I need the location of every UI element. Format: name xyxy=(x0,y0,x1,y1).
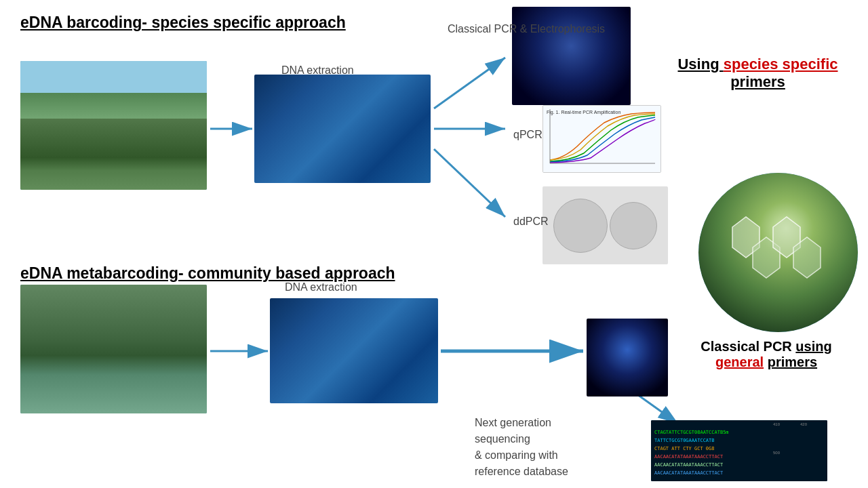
dna-extraction-label-2: DNA extraction xyxy=(285,281,357,293)
svg-text:CTAGT ATT CTY GCT 0G8: CTAGT ATT CTY GCT 0G8 xyxy=(654,446,715,451)
pond-image-2 xyxy=(20,285,207,413)
slide: eDNA barcoding- species specific approac… xyxy=(0,0,868,488)
svg-text:AACAACATATAAATAAACCTTACT: AACAACATATAAATAAACCTTACT xyxy=(654,462,724,468)
specimen-circular-image xyxy=(698,173,858,332)
svg-text:410: 410 xyxy=(773,422,781,426)
sequencing-image: CTAGTATTCTGCGT08AATCCATB5m TATTCTGCGT0GA… xyxy=(651,420,827,481)
classical-pcr-label: Classical PCR & Electrophoresis xyxy=(448,22,605,37)
svg-rect-8 xyxy=(543,106,661,173)
svg-text:CTAGTATTCTGCGT08AATCCATB5m: CTAGTATTCTGCGT08AATCCATB5m xyxy=(654,430,729,435)
species-specific-label: Using species specific primers xyxy=(658,56,858,91)
ddpcr-label: ddPCR xyxy=(513,216,549,228)
section-title-barcoding: eDNA barcoding- species specific approac… xyxy=(20,14,346,32)
svg-line-2 xyxy=(434,58,505,108)
svg-text:420: 420 xyxy=(800,422,808,426)
svg-text:TATTCTGCGT0GAAATCCATB: TATTCTGCGT0GAAATCCATB xyxy=(654,438,715,443)
qpcr-label: qPCR xyxy=(513,129,542,141)
dna-extraction-image-2 xyxy=(270,298,438,403)
qpcr-graph-image: Fig. 1. Real-time PCR Amplification xyxy=(542,105,661,173)
pond-image-1 xyxy=(20,61,207,190)
ngs-label: Next generationsequencing& comparing wit… xyxy=(475,415,568,480)
ddpcr-image xyxy=(542,186,668,264)
general-primers-label: Classical PCR using general primers xyxy=(675,339,858,370)
dna-extraction-image-1 xyxy=(254,75,431,183)
svg-text:AACAACATATAAATAAACCTTACT: AACAACATATAAATAAACCTTACT xyxy=(654,470,724,476)
svg-line-4 xyxy=(434,149,505,217)
svg-text:Fig. 1. Real-time PCR Amplific: Fig. 1. Real-time PCR Amplification xyxy=(547,110,620,115)
section-title-metabarcoding: eDNA metabarcoding- community based appr… xyxy=(20,264,395,283)
svg-text:AACAACATATAAATAAACCTTACT: AACAACATATAAATAAACCTTACT xyxy=(654,454,724,460)
gel-image-bottom xyxy=(587,319,668,396)
dna-extraction-label-1: DNA extraction xyxy=(281,64,354,77)
svg-text:500: 500 xyxy=(773,451,781,455)
